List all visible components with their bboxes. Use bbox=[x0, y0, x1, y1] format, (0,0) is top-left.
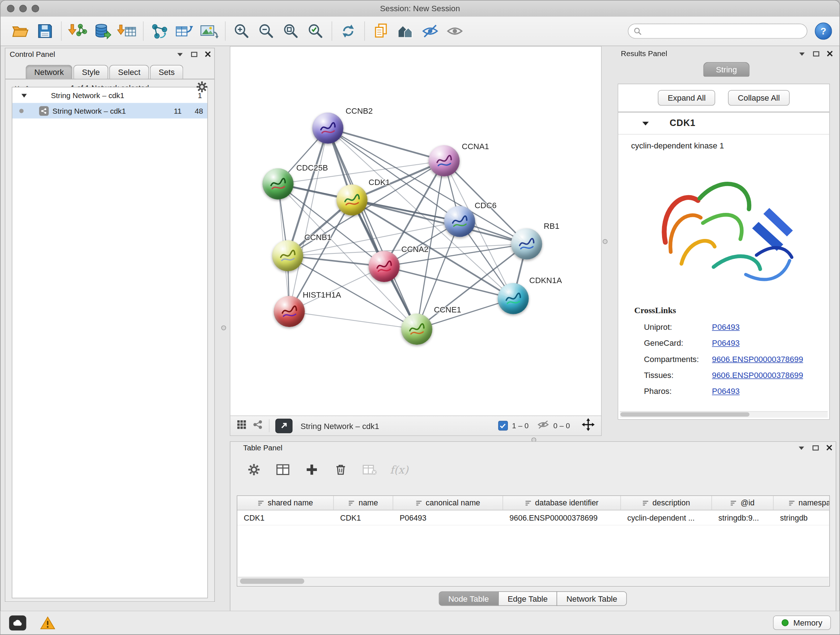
warnings-button[interactable] bbox=[40, 616, 55, 630]
open-session-button[interactable] bbox=[8, 19, 33, 43]
crosslink-link[interactable]: 9606.ENSP00000378699 bbox=[712, 355, 803, 363]
gene-header-row[interactable]: CDK1 bbox=[618, 112, 829, 135]
graphics-details-button[interactable] bbox=[275, 418, 292, 433]
left-splitter-handle[interactable] bbox=[221, 325, 226, 330]
collapse-all-button[interactable]: Collapse All bbox=[728, 90, 789, 106]
new-network-button[interactable] bbox=[147, 19, 172, 43]
first-neighbors-button[interactable] bbox=[393, 19, 418, 43]
panel-float-icon[interactable] bbox=[813, 51, 819, 57]
panel-menu-icon[interactable] bbox=[798, 51, 806, 56]
network-node-RB1[interactable] bbox=[511, 228, 542, 260]
help-button[interactable]: ? bbox=[815, 22, 832, 40]
network-from-table-button[interactable] bbox=[172, 19, 196, 43]
table-horizontal-scrollbar[interactable] bbox=[238, 577, 829, 585]
import-network-file-button[interactable] bbox=[65, 19, 90, 43]
network-node-CCNB1[interactable] bbox=[272, 240, 303, 271]
save-session-button[interactable] bbox=[33, 19, 57, 43]
fit-selected-crosshair-icon[interactable] bbox=[582, 418, 595, 433]
network-node-CCNA1[interactable] bbox=[429, 145, 460, 176]
hide-selected-button[interactable] bbox=[418, 19, 442, 43]
zoom-in-button[interactable] bbox=[229, 19, 254, 43]
import-table-button[interactable] bbox=[115, 19, 139, 43]
column-header-name[interactable]: name bbox=[334, 496, 393, 510]
import-network-database-button[interactable] bbox=[90, 19, 115, 43]
tab-string-results[interactable]: String bbox=[704, 62, 749, 77]
delete-column-button[interactable] bbox=[332, 461, 349, 478]
panel-float-icon[interactable] bbox=[812, 445, 819, 450]
toolbar-search-box[interactable] bbox=[628, 24, 807, 38]
table-options-gear-button[interactable] bbox=[245, 461, 262, 478]
crosslink-link[interactable]: P06493 bbox=[712, 322, 740, 331]
column-header-shared-name[interactable]: shared name bbox=[237, 496, 334, 510]
right-splitter-handle[interactable] bbox=[603, 239, 607, 244]
zoom-out-button[interactable] bbox=[254, 19, 279, 43]
show-all-button[interactable] bbox=[442, 19, 467, 43]
zoom-fit-button[interactable] bbox=[279, 19, 303, 43]
panel-menu-icon[interactable] bbox=[176, 52, 184, 57]
column-header-id[interactable]: @id bbox=[712, 496, 774, 510]
selected-items-checkbox-icon[interactable] bbox=[498, 421, 508, 431]
tab-network-table[interactable]: Network Table bbox=[557, 591, 627, 606]
network-row[interactable]: String Network – cdk1 11 48 bbox=[12, 103, 207, 119]
apply-layout-button[interactable] bbox=[336, 19, 361, 43]
cell-name[interactable]: CDK1 bbox=[334, 510, 393, 525]
network-node-CDC25B[interactable] bbox=[263, 168, 294, 200]
tab-style[interactable]: Style bbox=[73, 65, 109, 79]
column-header-namespace[interactable]: namespace bbox=[774, 496, 829, 510]
panel-close-icon[interactable] bbox=[827, 50, 833, 57]
delete-table-button-disabled[interactable] bbox=[361, 461, 378, 478]
network-edge[interactable] bbox=[289, 311, 417, 329]
panel-float-icon[interactable] bbox=[191, 51, 197, 57]
results-horizontal-scrollbar[interactable] bbox=[620, 411, 828, 418]
crosslink-link[interactable]: 9606.ENSP00000378699 bbox=[712, 371, 803, 379]
cell-namespace[interactable]: stringdb bbox=[774, 510, 829, 525]
hidden-items-eye-icon[interactable] bbox=[537, 420, 549, 432]
function-builder-label[interactable]: f(x) bbox=[390, 463, 409, 476]
search-input[interactable] bbox=[645, 27, 801, 36]
network-node-CDC6[interactable] bbox=[444, 206, 475, 237]
cell-canonical-name[interactable]: P06493 bbox=[393, 510, 503, 525]
scrollbar-thumb[interactable] bbox=[621, 412, 749, 417]
cell-id[interactable]: stringdb:9... bbox=[712, 510, 774, 525]
tab-sets[interactable]: Sets bbox=[150, 65, 183, 79]
tab-select[interactable]: Select bbox=[110, 65, 149, 79]
network-node-CCNE1[interactable] bbox=[401, 314, 432, 345]
tab-network[interactable]: Network bbox=[26, 65, 73, 79]
panel-close-icon[interactable] bbox=[205, 51, 211, 57]
network-node-CCNA2[interactable] bbox=[369, 251, 400, 282]
network-node-CCNB2[interactable] bbox=[312, 112, 343, 144]
crosslink-link[interactable]: P06493 bbox=[712, 386, 740, 396]
column-header-database-identifier[interactable]: database identifier bbox=[503, 496, 621, 510]
zoom-selected-button[interactable] bbox=[303, 19, 328, 43]
scrollbar-thumb[interactable] bbox=[240, 578, 304, 584]
memory-button[interactable]: Memory bbox=[773, 616, 831, 630]
grid-view-icon[interactable] bbox=[237, 420, 247, 432]
column-header-description[interactable]: description bbox=[621, 496, 712, 510]
t`ab-edge-table[interactable]: Edge Table bbox=[498, 591, 557, 606]
network-overview-icon[interactable] bbox=[252, 420, 263, 432]
cloud-status-button[interactable] bbox=[9, 615, 26, 630]
create-column-button[interactable] bbox=[303, 461, 320, 478]
gene-collapse-icon[interactable] bbox=[642, 119, 649, 128]
crosslink-link[interactable]: P06493 bbox=[712, 338, 740, 347]
network-edge[interactable] bbox=[289, 128, 328, 311]
network-canvas[interactable]: CCNB2CCNA1CDC25BCDK1CDC6RB1CCNB1CCNA2CDK… bbox=[231, 47, 601, 416]
network-node-CDKN1A[interactable] bbox=[498, 283, 529, 314]
copy-documents-button[interactable] bbox=[369, 19, 393, 43]
export-image-button[interactable] bbox=[196, 19, 221, 43]
panel-close-icon[interactable] bbox=[826, 445, 832, 451]
network-node-HIST1H1A[interactable] bbox=[274, 296, 305, 327]
network-node-CDK1[interactable] bbox=[336, 184, 368, 215]
cell-database-identifier[interactable]: 9606.ENSP00000378699 bbox=[503, 510, 621, 525]
cell-shared-name[interactable]: CDK1 bbox=[237, 510, 334, 525]
panel-menu-icon[interactable] bbox=[798, 445, 805, 450]
tab-node-table[interactable]: Node Table bbox=[439, 591, 499, 606]
column-header-canonical-name[interactable]: canonical name bbox=[393, 496, 503, 510]
table-row[interactable]: CDK1 CDK1 P06493 9606.ENSP00000378699 cy… bbox=[237, 510, 829, 525]
cell-description[interactable]: cyclin-dependent ... bbox=[621, 510, 712, 525]
tree-expander-icon[interactable] bbox=[21, 91, 27, 100]
expand-all-button[interactable]: Expand All bbox=[658, 90, 715, 106]
show-columns-button[interactable] bbox=[274, 461, 291, 478]
network-options-gear-icon[interactable] bbox=[196, 81, 208, 95]
network-collection-row[interactable]: String Network – cdk1 1 bbox=[12, 87, 207, 103]
